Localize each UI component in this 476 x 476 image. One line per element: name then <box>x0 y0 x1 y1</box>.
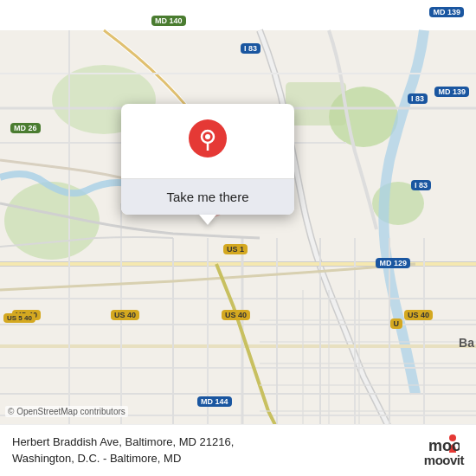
badge-us40-3: US 40 <box>222 310 250 320</box>
badge-u: U <box>390 318 403 329</box>
location-popup: Take me there <box>121 104 294 215</box>
moovit-brand-text: moovit <box>424 453 464 467</box>
bottom-bar: Herbert Braddish Ave, Baltimore, MD 2121… <box>0 424 476 476</box>
city-label-ba: Ba <box>459 336 474 350</box>
svg-rect-5 <box>286 82 346 125</box>
map-container: MD 139 MD 140 I 83 I 83 I 83 MD 139 MD 2… <box>0 0 476 476</box>
location-pin-icon <box>189 119 227 158</box>
badge-i83-top: I 83 <box>241 43 261 54</box>
badge-md139-top: MD 139 <box>429 7 464 17</box>
badge-us5-40: US 5 40 <box>3 313 35 323</box>
badge-i83-mid: I 83 <box>408 93 428 104</box>
badge-md26: MD 26 <box>10 123 41 133</box>
map-background <box>0 0 476 476</box>
badge-md144: MD 144 <box>197 396 232 407</box>
badge-md140: MD 140 <box>151 16 186 26</box>
badge-i83-low: I 83 <box>411 180 431 190</box>
moovit-logo: moo moovit <box>424 434 464 467</box>
svg-text:moo: moo <box>428 437 460 453</box>
badge-us40-4: US 40 <box>404 310 433 320</box>
badge-us40-2: US 40 <box>111 310 139 320</box>
take-me-there-button[interactable]: Take me there <box>121 178 294 215</box>
svg-point-44 <box>205 134 210 139</box>
moovit-logo-icon: moo <box>428 434 460 453</box>
badge-md139-right: MD 139 <box>434 87 469 97</box>
copyright-text: © OpenStreetMap contributors <box>5 406 128 417</box>
badge-us1: US 1 <box>223 244 248 254</box>
badge-md129: MD 129 <box>376 258 410 268</box>
address-text: Herbert Braddish Ave, Baltimore, MD 2121… <box>12 434 415 466</box>
